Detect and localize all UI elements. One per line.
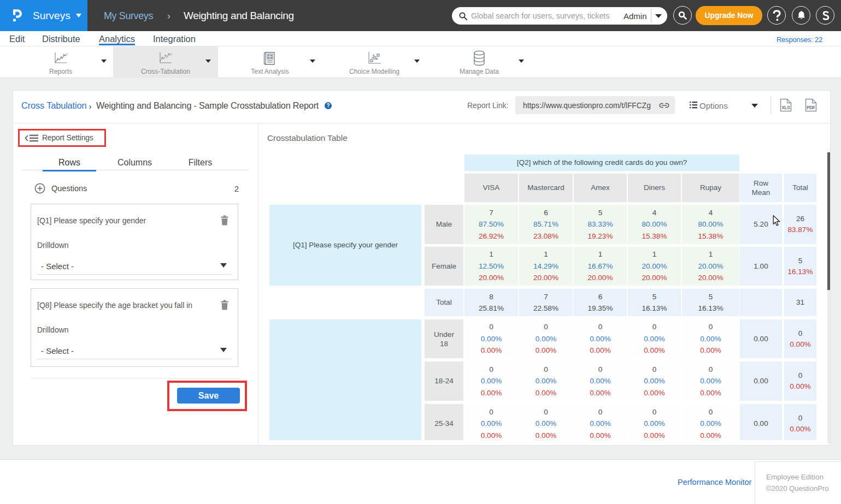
svg-text:XLS: XLS xyxy=(781,105,790,110)
svg-text:PDF: PDF xyxy=(807,105,815,110)
